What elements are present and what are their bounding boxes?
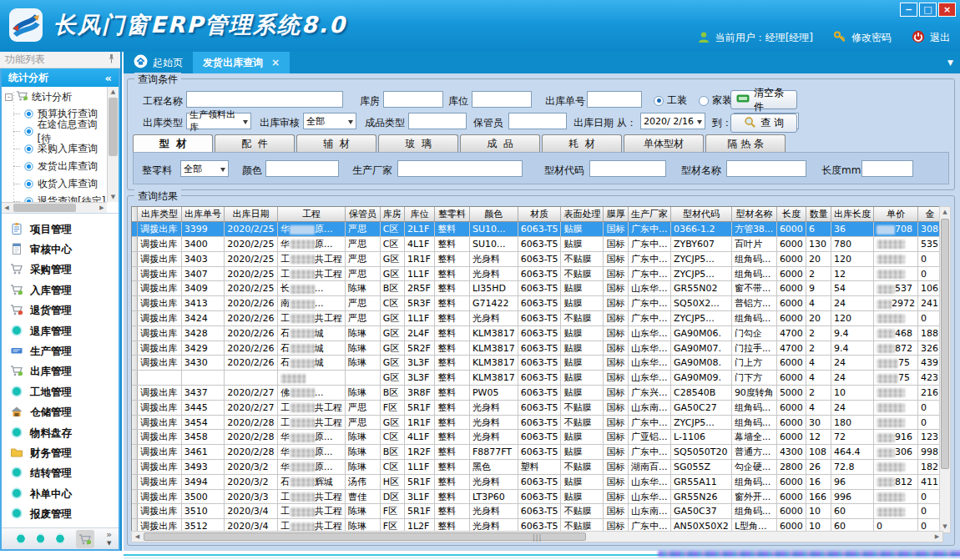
scroll-left-icon[interactable]: ◀ [2,203,12,214]
column-header-10[interactable]: 材质 [518,207,561,222]
sidebar-item-10[interactable]: 仓储管理 [2,403,119,423]
sidebar-item-12[interactable]: 财务管理 [2,443,119,463]
date-from-select[interactable]: 2020/ 2/16 [640,113,705,129]
radio-jiazhuang[interactable] [699,96,709,106]
table-row[interactable]: 调拨出库34092020/2/25长...陈琳B区2R5F整料LI35HD606… [132,281,942,296]
column-header-9[interactable]: 颜色 [469,207,518,222]
sidebar-item-6[interactable]: 退库管理 [2,321,119,341]
collapse-icon[interactable]: « [105,72,112,84]
table-row[interactable]: 调拨出库34942020/3/2石辉城汤伟H区5R1F整料光身料6063-T5贴… [132,474,942,489]
tree-item-5[interactable]: 收货入库查询 [5,175,107,193]
tab-close-icon[interactable]: × [271,57,280,68]
audit-select[interactable]: 全部 [303,113,356,129]
order-no-input[interactable] [587,91,642,108]
column-header-2[interactable]: 出库单号 [181,207,224,222]
material-tab-8[interactable]: 隔 热 条 [705,134,786,152]
tree-expander-icon[interactable]: - [5,93,13,101]
sidebar-item-5[interactable]: 退货管理 [2,301,119,321]
table-row[interactable]: 调拨出库34452020/2/27工共工程严思F区5R1F整料光身料6063-T… [132,400,942,415]
sidebar-item-3[interactable]: 采购管理 [2,260,119,280]
material-tab-7[interactable]: 单体型材 [624,134,704,152]
location-input[interactable] [472,91,532,108]
tree-item-2[interactable]: 在途信息查询[待 [5,123,107,140]
table-row[interactable]: G区3L3F整料KLM38176063-T5贴膜国标山东华...GA90M09.… [132,371,942,386]
sidebar-item-14[interactable]: 补单中心 [2,484,119,504]
results-vertical-scrollbar[interactable]: ▲ ▼ [939,206,951,533]
tree-vertical-scrollbar[interactable]: ▲ ▼ [107,87,119,202]
sidebar-item-11[interactable]: 物料盘存 [2,423,119,443]
module-cart-button[interactable] [76,530,94,548]
column-header-8[interactable]: 整零料 [435,207,470,222]
out-type-select[interactable]: 生产领料出库 [186,113,251,129]
column-header-18[interactable]: 出库长度 [831,207,873,222]
tab-list-dropdown-icon[interactable]: ▼ [947,58,960,67]
table-row[interactable]: 调拨出库35102020/3/4工共工程陈琳F区5R1F整料光身料6063-T5… [132,504,942,519]
column-header-11[interactable]: 表面处理 [561,207,604,222]
material-tab-1[interactable]: 型 材 [133,134,213,153]
material-tab-2[interactable]: 配 件 [215,134,295,152]
length-input[interactable] [861,160,913,177]
keeper-input[interactable] [508,113,567,129]
material-tab-4[interactable]: 玻 璃 [378,134,458,152]
maximize-button[interactable]: □ [919,3,937,17]
table-row[interactable]: 调拨出库34132020/2/26南...严思C区5R3F整料G71422606… [132,296,942,311]
change-password-link[interactable]: 修改密码 [851,31,892,45]
scroll-left-icon[interactable]: ◀ [132,532,143,542]
material-tab-6[interactable]: 耗 材 [542,134,622,152]
table-row[interactable]: 调拨出库34932020/3/2华原...陈琳C区1L1F整料黑色塑料不贴膜国标… [132,460,942,475]
table-row[interactable]: 调拨出库34282020/2/26石城陈琳G区2L4F整料KLM38176063… [132,325,942,341]
material-tab-3[interactable]: 辅 材 [296,134,376,152]
module-dot-icon[interactable] [37,533,45,544]
column-header-15[interactable]: 型材名称 [731,207,776,222]
scroll-down-icon[interactable]: ▼ [108,192,119,202]
close-button[interactable]: × [938,3,956,17]
color-input[interactable] [265,160,339,177]
column-header-3[interactable]: 出库日期 [225,207,278,222]
table-row[interactable]: 调拨出库34292020/2/26石城陈琳G区5R2F整料KLM38176063… [132,341,942,356]
search-button[interactable]: 查 询 [730,114,797,133]
sidebar-item-2[interactable]: 审核中心 [2,240,119,260]
table-row[interactable]: 调拨出库34302020/2/26石城陈琳G区3L3F整料KLM38176063… [132,356,942,371]
minimize-button[interactable]: − [900,3,917,17]
table-row[interactable]: 调拨出库34242020/2/26工共工程严思G区1L1F整料光身料6063-T… [132,311,942,326]
product-type-input[interactable] [408,113,467,129]
group-header-statistics[interactable]: 统计分析 « [2,68,119,87]
warehouse-input[interactable] [383,91,443,108]
sidebar-item-8[interactable]: 出库管理 [2,362,119,382]
sidebar-item-1[interactable]: 项目管理 [2,219,119,240]
column-header-5[interactable]: 保管员 [345,207,380,222]
module-dot-icon[interactable] [56,533,64,544]
tree-item-6[interactable]: 退货查询[待定] [5,193,107,202]
module-dot-icon[interactable] [17,533,25,544]
column-header-6[interactable]: 库房 [380,207,404,222]
column-header-19[interactable]: 单价 [873,207,917,222]
results-horizontal-scrollbar[interactable]: ◀ ||| ▶ [131,531,943,542]
sidebar-item-7[interactable]: 生产管理 [2,341,119,361]
factory-input[interactable] [397,160,523,177]
scroll-right-icon[interactable]: ▶ [932,532,942,542]
tree-root-statistics[interactable]: - 统计分析 [5,88,107,105]
table-row[interactable]: 调拨出库33992020/2/25华原...严思C区2L1F整料SU10...6… [132,222,942,237]
column-header-14[interactable]: 型材代码 [671,207,732,222]
logout-link[interactable]: 退出 [930,31,950,45]
tab-home[interactable]: 起始页 [124,52,193,73]
name-input[interactable] [726,160,806,177]
scroll-right-icon[interactable]: ▶ [97,203,107,214]
table-row[interactable]: 调拨出库34582020/2/28华原...陈琳C区4L1F整料光身料6063-… [132,430,942,445]
clear-conditions-button[interactable]: 清空条件 [730,90,797,109]
sidebar-item-9[interactable]: 工地管理 [2,382,119,402]
column-header-7[interactable]: 库位 [404,207,434,222]
zl-select[interactable]: 全部 [180,160,229,177]
table-row[interactable]: 调拨出库34072020/2/25工共工程严思G区1L1F整料光身料6063-T… [132,266,942,281]
material-tab-5[interactable]: 成 品 [460,134,540,152]
code-input[interactable] [589,160,666,177]
pin-icon[interactable] [108,54,115,66]
table-row[interactable]: 调拨出库34542020/2/28工共工程严思G区1R1F整料光身料6063-T… [132,415,942,430]
table-row[interactable]: 调拨出库34032020/2/25工共工程严思G区1R1F整料光身料6063-T… [132,251,942,266]
column-header-13[interactable]: 生产厂家 [629,207,671,222]
scroll-up-icon[interactable]: ▲ [940,207,950,218]
tree-horizontal-scrollbar[interactable]: ◀ ▶ [2,202,107,213]
tree-item-3[interactable]: 采购入库查询 [5,140,107,158]
sidebar-item-4[interactable]: 入库管理 [2,280,119,300]
table-row[interactable]: 调拨出库34372020/2/27佛...陈琳B区3R8F整料PW056063-… [132,386,942,401]
